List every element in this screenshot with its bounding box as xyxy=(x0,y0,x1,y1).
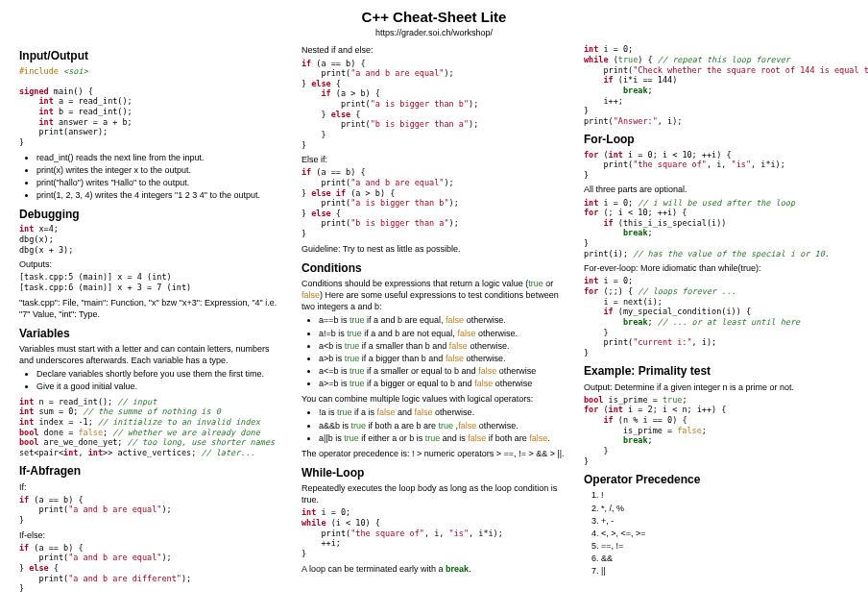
elseif-label: Else if: xyxy=(301,154,567,165)
column-3: int i = 0; while (true) { // repeat this… xyxy=(584,42,849,597)
list-item: Give it a good initial value. xyxy=(36,381,284,392)
for-optional: All three parts are optional. xyxy=(584,184,849,195)
precedence-note: The operator precedence is: ! > numeric … xyxy=(301,448,567,459)
list-item: print("hallo") writes "Hallo" to the out… xyxy=(36,177,284,188)
page-url: https://grader.soi.ch/workshop/ xyxy=(19,27,849,38)
variables-list: Declare variables shortly before you use… xyxy=(36,368,284,392)
heading-variables: Variables xyxy=(19,326,284,341)
code-for-partial: int i = 0; // i will be used after the l… xyxy=(584,198,849,259)
debug-expl: "task.cpp": File, "main": Function, "x" … xyxy=(19,297,284,320)
code-variables: int n = read_int(); // input int sum = 0… xyxy=(19,397,284,458)
column-1: Input/Output #include <soi> signed main(… xyxy=(19,42,284,597)
list-item: a<=b is true if a smaller or equal to b … xyxy=(319,365,567,377)
heading-while: While-Loop xyxy=(301,465,567,480)
if-label: If: xyxy=(19,481,284,493)
heading-primality: Example: Primality test xyxy=(584,363,849,379)
list-item: ! xyxy=(601,489,849,501)
list-item: ==, != xyxy=(601,540,849,552)
heading-for: For-Loop xyxy=(584,132,849,147)
forever-intro: For-ever-loop: More idiomatic than while… xyxy=(584,262,849,274)
code-nested: if (a == b) { print("a and b are equal")… xyxy=(301,59,567,151)
outputs-label: Outputs: xyxy=(19,258,284,270)
conditions-list: a==b is true if a and b are equal, false… xyxy=(319,314,567,389)
code-elseif: if (a == b) { print("a and b are equal")… xyxy=(301,167,567,238)
list-item: a<b is true if a smaller than b and fals… xyxy=(319,340,567,352)
list-item: read_int() reads the next line from the … xyxy=(36,152,284,163)
heading-if: If-Abfragen xyxy=(19,463,284,479)
heading-debug: Debugging xyxy=(19,207,284,222)
list-item: +, - xyxy=(601,515,849,527)
list-item: *, /, % xyxy=(601,503,849,514)
list-item: a&&b is true if both a are b are true ,f… xyxy=(319,420,567,431)
debug-output: [task.cpp:5 (main)] x = 4 (int) [task.cp… xyxy=(19,272,284,292)
list-item: || xyxy=(601,565,849,577)
code-forever: int i = 0; for (;;) { // loops forever .… xyxy=(584,276,849,357)
list-item: a==b is true if a and b are equal, false… xyxy=(319,314,567,326)
variables-intro: Variables must start with a letter and c… xyxy=(19,343,284,366)
code-ifelse: if (a == b) { print("a and b are equal")… xyxy=(19,543,284,594)
code-while-true: int i = 0; while (true) { // repeat this… xyxy=(584,44,849,126)
ifelse-label: If-else: xyxy=(19,529,284,541)
nesting-guideline: Guideline: Try to nest as little as poss… xyxy=(301,243,567,255)
list-item: print(1, 2, 3, 4) writes the 4 integers … xyxy=(36,189,284,201)
list-item: a>b is true if a bigger than b and false… xyxy=(319,353,567,364)
list-item: a||b is true if either a or b is true an… xyxy=(319,432,567,444)
nested-label: Nested if and else: xyxy=(301,44,567,56)
columns: Input/Output #include <soi> signed main(… xyxy=(19,42,849,597)
while-break: A loop can be terminated early with a br… xyxy=(301,563,567,575)
list-item: !a is true if a is false and false other… xyxy=(319,406,567,418)
list-item: Declare variables shortly before you use… xyxy=(36,368,284,380)
code-if: if (a == b) { print("a and b are equal")… xyxy=(19,495,284,526)
combine-list: !a is true if a is false and false other… xyxy=(319,406,567,443)
io-list: read_int() reads the next line from the … xyxy=(36,152,284,202)
list-item: a!=b is true if a and b are not equal, f… xyxy=(319,328,567,339)
list-item: print(x) writes the integer x to the out… xyxy=(36,164,284,176)
heading-io: Input/Output xyxy=(19,48,284,63)
operator-list: ! *, /, % +, - <, >, <=, >= ==, != && || xyxy=(601,489,849,577)
conditions-intro: Conditions should be expressions that re… xyxy=(301,278,567,312)
while-intro: Repeatedly executes the loop body as lon… xyxy=(301,482,567,505)
code-primality: bool is_prime = true; for (int i = 2; i … xyxy=(584,395,849,466)
list-item: && xyxy=(601,553,849,564)
code-debug: int x=4; dbg(x); dbg(x + 3); xyxy=(19,224,284,255)
page-title: C++ Cheat-Sheet Lite xyxy=(19,8,849,27)
code-while: int i = 0; while (i < 10) { print("the s… xyxy=(301,507,567,558)
code-for: for (int i = 0; i < 10; ++i) { print("th… xyxy=(584,150,849,181)
list-item: a>=b is true if a bigger or equal to b a… xyxy=(319,378,567,389)
heading-operator-precedence: Operator Precedence xyxy=(584,472,849,487)
code-include: #include <soi> signed main() { int a = r… xyxy=(19,66,284,148)
column-2: Nested if and else: if (a == b) { print(… xyxy=(301,42,567,597)
combine-intro: You can combine multiple logic values wi… xyxy=(301,393,567,405)
list-item: <, >, <=, >= xyxy=(601,528,849,539)
heading-conditions: Conditions xyxy=(301,260,567,276)
primality-intro: Output: Determine if a given integer n i… xyxy=(584,381,849,393)
